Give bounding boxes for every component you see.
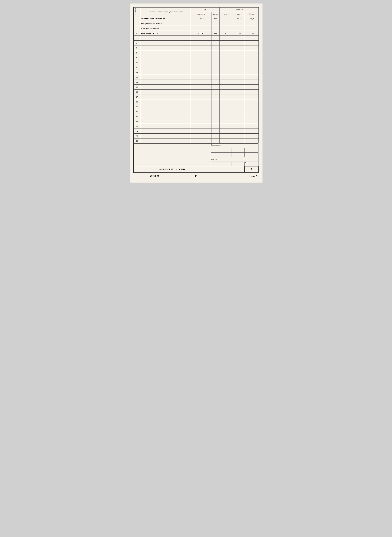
table-row: 8	[134, 50, 258, 55]
row-vsego-7	[245, 46, 258, 50]
row-name-20	[140, 109, 191, 114]
row-tip-1: –	[219, 16, 232, 21]
row-ind-24	[232, 129, 245, 134]
row-name-16	[140, 90, 191, 94]
row-num-14: 14	[134, 80, 140, 85]
row-mat-22	[191, 119, 211, 124]
table-row: 21	[134, 114, 258, 119]
row-name-3: Клей для полимерных	[140, 26, 191, 31]
row-ed-4: I66	[211, 31, 219, 36]
sheet-box: Лист	[244, 162, 258, 166]
row-ind-2	[232, 21, 245, 26]
row-tip-16	[219, 90, 232, 94]
row-ind-3	[232, 26, 245, 31]
row-num-1: 1	[134, 16, 140, 21]
row-mat-19	[191, 104, 211, 109]
row-tip-19	[219, 104, 232, 109]
row-tip-24	[219, 129, 232, 134]
row-name-11	[140, 65, 191, 70]
footer-doc-num: 20858-09	[134, 174, 175, 177]
inv-row-c3	[232, 162, 244, 166]
row-mat-6	[191, 41, 211, 46]
row-ind-17	[232, 94, 245, 99]
bottom-section: Принадлежм Инв. №	[134, 143, 259, 173]
row-num-26: 26	[134, 138, 140, 143]
row-tip-12	[219, 70, 232, 75]
row-ed-14	[211, 80, 219, 85]
row-ind-11	[232, 65, 245, 70]
row-name-19	[140, 104, 191, 109]
table-row: 14	[134, 80, 258, 85]
row-vsego-17	[245, 94, 258, 99]
row-name-18	[140, 99, 191, 104]
row-ind-18	[232, 99, 245, 104]
row-tip-6	[219, 41, 232, 46]
row-mat-16	[191, 90, 211, 94]
row-name-9	[140, 55, 191, 60]
row-name-17	[140, 94, 191, 99]
row-ed-9	[211, 55, 219, 60]
row-mat-15	[191, 85, 211, 90]
row-ind-5	[232, 36, 245, 41]
table-row: 17	[134, 94, 258, 99]
row-mat-7	[191, 46, 211, 50]
table-row: 1Листы полиэтиленовые, кг224607I66–288,6…	[134, 16, 258, 21]
prinadlezh-row1-c2	[219, 148, 232, 153]
row-num-15: 15	[134, 85, 140, 90]
row-vsego-10	[245, 60, 258, 65]
row-ind-1: 288,6	[232, 16, 245, 21]
row-num-19: 19	[134, 104, 140, 109]
row-name-24	[140, 129, 191, 134]
row-tip-25	[219, 134, 232, 138]
table-row: 10	[134, 60, 258, 65]
col-header-vsego: Всего	[245, 12, 258, 16]
row-name-21	[140, 114, 191, 119]
row-mat-20	[191, 109, 211, 114]
row-num-20: 20	[134, 109, 140, 114]
main-table: № строки Наименование материала и единиц…	[134, 7, 259, 143]
row-num-23: 23	[134, 124, 140, 129]
row-mat-25	[191, 134, 211, 138]
row-num-21: 21	[134, 114, 140, 119]
row-vsego-2	[245, 21, 258, 26]
row-num-9: 9	[134, 55, 140, 60]
row-mat-21	[191, 114, 211, 119]
col-header-materiala: материала	[191, 12, 211, 16]
row-ind-8	[232, 50, 245, 55]
row-num-6: 6	[134, 41, 140, 46]
row-vsego-8	[245, 50, 258, 55]
row-ed-2	[211, 21, 219, 26]
row-tip-22	[219, 119, 232, 124]
row-vsego-26	[245, 138, 258, 143]
row-mat-8	[191, 50, 211, 55]
row-name-1: Листы полиэтиленовые, кг	[140, 16, 191, 21]
row-tip-18	[219, 99, 232, 104]
row-ind-20	[232, 109, 245, 114]
row-num-25: 25	[134, 134, 140, 138]
prinadlezh-row1-c4	[244, 148, 258, 153]
row-ed-20	[211, 109, 219, 114]
prinadlezh-row1-c1	[211, 148, 219, 153]
row-mat-2	[191, 21, 211, 26]
row-ed-21	[211, 114, 219, 119]
row-tip-2	[219, 21, 232, 26]
row-vsego-11	[245, 65, 258, 70]
row-name-25	[140, 134, 191, 138]
footer-page: 14	[175, 174, 217, 177]
row-ed-12	[211, 70, 219, 75]
col-header-tip: тип.	[219, 12, 232, 16]
row-num-12: 12	[134, 70, 140, 75]
row-ed-18	[211, 99, 219, 104]
table-row: 5	[134, 36, 258, 41]
row-name-5	[140, 36, 191, 41]
bottom-left-area	[134, 144, 211, 166]
row-ed-25	[211, 134, 219, 138]
prinadlezh-row2-c2	[219, 153, 232, 157]
row-mat-4: 23851S	[191, 31, 211, 36]
col-header-name: Наименование материала и единица измерен…	[140, 8, 191, 16]
row-name-15	[140, 85, 191, 90]
row-name-2: Товары бытовой химии	[140, 21, 191, 26]
table-row: 4материалов ПВХ, кг23851SI66–39,5639,56	[134, 31, 258, 36]
inv-row-c2	[219, 162, 232, 166]
row-num-24: 24	[134, 129, 140, 134]
